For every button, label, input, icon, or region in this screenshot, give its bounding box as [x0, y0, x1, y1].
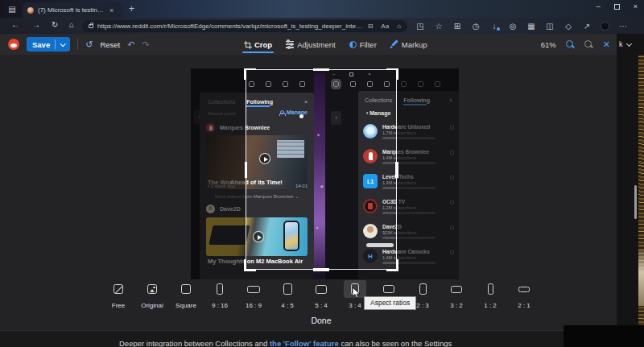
ratio-box-icon	[383, 285, 394, 294]
aspect-1-2[interactable]: 1 : 2	[473, 280, 507, 309]
aspect-label: 2 : 3	[416, 302, 429, 309]
tab-favicon-icon	[27, 7, 34, 14]
tab-close-icon[interactable]: ×	[109, 6, 114, 14]
window-close-button[interactable]: ×	[634, 2, 638, 10]
browser-tab[interactable]: (7) Microsoft is testing deeper in... ×	[23, 2, 122, 18]
save-split-divider	[55, 39, 56, 49]
aspect-16-9[interactable]: 16 : 9	[237, 280, 270, 309]
aspect-icon	[445, 280, 468, 298]
follow-feature-link[interactable]: the 'Follow' feature	[270, 339, 339, 347]
editor-close-icon[interactable]: ✕	[603, 39, 610, 50]
aspect-icon	[107, 280, 130, 298]
window-minimize-button[interactable]: –	[597, 2, 601, 10]
crop-selection[interactable]	[246, 69, 397, 270]
aspect-label: Square	[175, 302, 196, 309]
extensions-icon[interactable]: ◫	[545, 22, 555, 31]
underlying-image-sliver	[638, 55, 644, 330]
more-menu-icon[interactable]: ···	[618, 22, 628, 31]
crop-dim-bottom	[246, 270, 397, 279]
ratio-box-icon	[283, 283, 292, 295]
aspect-label: 3 : 2	[450, 302, 463, 309]
reddit-favicon	[8, 39, 19, 50]
tab-actions-menu-icon[interactable]: ▤	[6, 4, 18, 14]
profile-avatar[interactable]	[601, 22, 609, 31]
tab-adjustment[interactable]: Adjustment	[286, 34, 336, 55]
new-tab-button[interactable]: +	[129, 3, 134, 14]
aspect-2-1[interactable]: 2 : 1	[507, 280, 541, 309]
collections-icon[interactable]: ⊞	[452, 22, 462, 31]
favorites-icon[interactable]: ⌂	[397, 23, 401, 30]
aspect-original[interactable]: Original	[135, 280, 169, 309]
ratio-box-icon	[419, 283, 427, 295]
crop-handle-top[interactable]	[313, 68, 329, 71]
crop-handle-bottom-left[interactable]	[244, 259, 256, 271]
zoom-out-icon[interactable]	[584, 40, 593, 49]
undo-icon[interactable]: ↶	[127, 39, 134, 50]
window-maximize-button[interactable]	[614, 4, 620, 10]
aspect-icon	[242, 280, 265, 298]
share-icon[interactable]: ↗	[582, 22, 592, 31]
history-icon[interactable]: ◷	[471, 22, 481, 31]
aspect-ratio-bar: FreeOriginalSquare9 : 1616 : 94 : 55 : 4…	[101, 280, 543, 309]
mouse-cursor	[352, 287, 361, 299]
free-crop-icon	[114, 284, 123, 294]
back-icon[interactable]: ←	[11, 20, 19, 29]
downloads-icon[interactable]: ↓	[489, 22, 499, 31]
filter-icon	[349, 41, 357, 48]
aspect-3-2[interactable]: 3 : 2	[440, 280, 473, 309]
browser-tools-icon[interactable]: ◳	[415, 22, 425, 31]
aspect-icon	[141, 280, 163, 298]
sliders-icon	[286, 41, 294, 48]
sidebar-icon[interactable]: ◇	[564, 22, 573, 31]
home-icon[interactable]: ⌂	[69, 20, 74, 29]
crop-handle-top-left[interactable]	[244, 68, 256, 80]
forward-icon[interactable]: →	[32, 20, 40, 29]
read-aloud-icon[interactable]: Aa	[381, 23, 389, 30]
reset-button[interactable]: Reset	[100, 40, 120, 49]
chevron-down-icon[interactable]	[60, 41, 66, 47]
aspect-label: Free	[112, 302, 125, 309]
aspect-square[interactable]: Square	[169, 280, 203, 309]
downloads-badge	[497, 27, 500, 31]
tab-filter[interactable]: Filter	[349, 34, 377, 55]
shield-icon[interactable]: ◎	[508, 22, 518, 31]
split-screen-icon[interactable]: ⊟	[368, 23, 374, 30]
ratio-box-icon	[518, 287, 530, 292]
apps-grid-icon[interactable]: ▦	[526, 22, 536, 31]
crop-handle-top-right[interactable]	[386, 68, 398, 80]
tooltip: Aspect ratios	[364, 296, 416, 310]
crop-handle-right[interactable]	[395, 162, 398, 178]
zoom-in-icon[interactable]	[566, 40, 575, 49]
save-button[interactable]: Save	[27, 37, 70, 52]
ratio-box-icon	[181, 284, 191, 294]
aspect-icon	[208, 280, 231, 298]
aspect-label: 3 : 4	[349, 302, 361, 309]
crop-handle-left[interactable]	[245, 162, 248, 178]
refresh-icon[interactable]: ↻	[52, 20, 58, 29]
favorites-star-icon[interactable]: ☆	[434, 22, 444, 31]
edited-image[interactable]: ‹ › –× Collections Following × Recent po…	[191, 68, 459, 279]
url-text[interactable]: https://www.reddit.com/r/MicrosoftEdge/c…	[97, 23, 363, 30]
aspect-9-16[interactable]: 9 : 16	[203, 280, 237, 309]
reset-icon[interactable]: ↺	[85, 39, 93, 50]
aspect-4-5[interactable]: 4 : 5	[270, 280, 304, 309]
screen: ▤ (7) Microsoft is testing deeper in... …	[0, 0, 644, 347]
pen-icon	[390, 40, 398, 48]
crop-handle-bottom[interactable]	[313, 268, 329, 271]
tab-crop[interactable]: Crop	[244, 34, 272, 55]
aspect-free[interactable]: Free	[101, 280, 135, 309]
ratio-box-icon	[451, 286, 462, 293]
filter-label: Filter	[360, 40, 377, 49]
done-button[interactable]: Done	[296, 316, 346, 325]
ratio-box-icon	[316, 285, 327, 294]
aspect-icon	[378, 280, 400, 298]
crop-handle-bottom-right[interactable]	[386, 259, 398, 271]
address-bar[interactable]: https://www.reddit.com/r/MicrosoftEdge/c…	[82, 20, 407, 32]
page-scrollbar[interactable]	[634, 185, 637, 219]
tab-markup[interactable]: Markup	[390, 34, 427, 55]
aspect-icon	[310, 280, 332, 298]
page-fragment: k	[619, 40, 631, 48]
aspect-label: 9 : 16	[212, 302, 228, 309]
redo-icon[interactable]: ↷	[142, 39, 149, 50]
aspect-5-4[interactable]: 5 : 4	[304, 280, 338, 309]
